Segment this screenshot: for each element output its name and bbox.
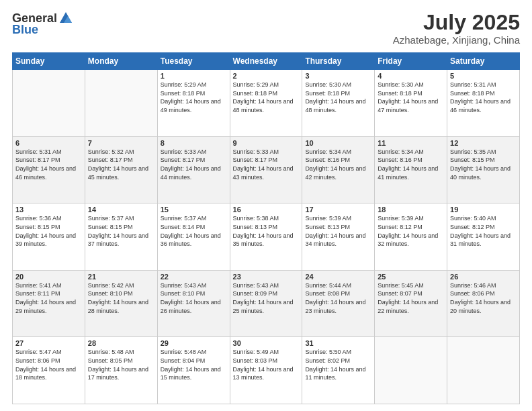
day-info: Sunrise: 5:43 AMSunset: 8:10 PMDaylight:… [161,281,227,315]
day-number: 13 [15,205,82,214]
day-number: 25 [378,273,444,281]
day-info: Sunrise: 5:42 AMSunset: 8:10 PMDaylight:… [88,281,154,315]
day-info: Sunrise: 5:31 AMSunset: 8:18 PMDaylight:… [450,81,517,114]
header: General Blue July 2025 Azhatebage, Xinji… [12,11,520,46]
day-number: 3 [305,72,371,80]
day-number: 16 [233,205,300,214]
calendar-cell: 24Sunrise: 5:44 AMSunset: 8:08 PMDayligh… [302,270,375,337]
calendar-cell: 13Sunrise: 5:36 AMSunset: 8:15 PMDayligh… [13,203,85,271]
day-info: Sunrise: 5:50 AMSunset: 8:02 PMDaylight:… [305,348,371,381]
day-number: 17 [305,205,371,214]
calendar-cell [13,70,85,137]
calendar-cell: 26Sunrise: 5:46 AMSunset: 8:06 PMDayligh… [447,270,520,337]
day-info: Sunrise: 5:32 AMSunset: 8:17 PMDaylight:… [88,148,154,181]
col-friday: Friday [375,53,447,70]
day-number: 5 [450,72,517,80]
day-number: 26 [450,273,517,281]
day-info: Sunrise: 5:33 AMSunset: 8:17 PMDaylight:… [233,148,300,181]
day-number: 27 [15,339,82,347]
day-number: 7 [88,139,154,147]
calendar-cell: 11Sunrise: 5:34 AMSunset: 8:16 PMDayligh… [375,136,447,203]
calendar-cell: 4Sunrise: 5:30 AMSunset: 8:18 PMDaylight… [375,70,447,137]
day-number: 20 [15,273,82,281]
calendar-cell: 23Sunrise: 5:43 AMSunset: 8:09 PMDayligh… [230,270,302,337]
day-info: Sunrise: 5:35 AMSunset: 8:15 PMDaylight:… [450,148,517,181]
logo-icon [58,11,73,26]
calendar-cell: 20Sunrise: 5:41 AMSunset: 8:11 PMDayligh… [13,270,85,337]
calendar-cell: 10Sunrise: 5:34 AMSunset: 8:16 PMDayligh… [302,136,375,203]
calendar-cell: 9Sunrise: 5:33 AMSunset: 8:17 PMDaylight… [230,136,302,203]
col-saturday: Saturday [447,53,520,70]
page: General Blue July 2025 Azhatebage, Xinji… [0,0,532,411]
calendar-cell [85,70,157,137]
day-info: Sunrise: 5:33 AMSunset: 8:17 PMDaylight:… [161,148,227,181]
calendar-cell: 21Sunrise: 5:42 AMSunset: 8:10 PMDayligh… [85,270,157,337]
col-monday: Monday [85,53,157,70]
day-info: Sunrise: 5:49 AMSunset: 8:03 PMDaylight:… [233,348,300,381]
day-number: 29 [161,339,227,347]
calendar-cell: 8Sunrise: 5:33 AMSunset: 8:17 PMDaylight… [157,136,230,203]
calendar-cell: 28Sunrise: 5:48 AMSunset: 8:05 PMDayligh… [85,337,157,404]
subtitle: Azhatebage, Xinjiang, China [393,34,520,46]
day-number: 18 [378,205,444,214]
day-info: Sunrise: 5:34 AMSunset: 8:16 PMDaylight:… [305,148,371,181]
calendar-week-4: 20Sunrise: 5:41 AMSunset: 8:11 PMDayligh… [13,270,520,337]
day-info: Sunrise: 5:38 AMSunset: 8:13 PMDaylight:… [233,214,300,248]
day-info: Sunrise: 5:43 AMSunset: 8:09 PMDaylight:… [233,281,300,315]
day-info: Sunrise: 5:44 AMSunset: 8:08 PMDaylight:… [305,281,371,315]
col-sunday: Sunday [13,53,85,70]
day-number: 22 [161,273,227,281]
calendar-cell: 3Sunrise: 5:30 AMSunset: 8:18 PMDaylight… [302,70,375,137]
day-number: 9 [233,139,300,147]
calendar-table: Sunday Monday Tuesday Wednesday Thursday… [12,52,520,404]
col-thursday: Thursday [302,53,375,70]
day-info: Sunrise: 5:31 AMSunset: 8:17 PMDaylight:… [15,148,82,181]
calendar-week-5: 27Sunrise: 5:47 AMSunset: 8:06 PMDayligh… [13,337,520,404]
day-number: 24 [305,273,371,281]
day-number: 19 [450,205,517,214]
col-wednesday: Wednesday [230,53,302,70]
calendar-cell: 7Sunrise: 5:32 AMSunset: 8:17 PMDaylight… [85,136,157,203]
day-number: 28 [88,339,154,347]
day-number: 4 [378,72,444,80]
day-number: 1 [161,72,227,80]
day-number: 31 [305,339,371,347]
day-number: 15 [161,205,227,214]
day-info: Sunrise: 5:37 AMSunset: 8:14 PMDaylight:… [161,214,227,248]
day-info: Sunrise: 5:30 AMSunset: 8:18 PMDaylight:… [305,81,371,114]
calendar-header-row: Sunday Monday Tuesday Wednesday Thursday… [13,53,520,70]
day-number: 10 [305,139,371,147]
calendar-cell: 2Sunrise: 5:29 AMSunset: 8:18 PMDaylight… [230,70,302,137]
day-info: Sunrise: 5:48 AMSunset: 8:04 PMDaylight:… [161,348,227,381]
day-info: Sunrise: 5:48 AMSunset: 8:05 PMDaylight:… [88,348,154,381]
calendar-cell: 6Sunrise: 5:31 AMSunset: 8:17 PMDaylight… [13,136,85,203]
calendar-cell: 27Sunrise: 5:47 AMSunset: 8:06 PMDayligh… [13,337,85,404]
main-title: July 2025 [393,11,520,34]
day-info: Sunrise: 5:39 AMSunset: 8:13 PMDaylight:… [305,214,371,248]
day-info: Sunrise: 5:41 AMSunset: 8:11 PMDaylight:… [15,281,82,315]
calendar-cell: 5Sunrise: 5:31 AMSunset: 8:18 PMDaylight… [447,70,520,137]
day-number: 2 [233,72,300,80]
day-info: Sunrise: 5:46 AMSunset: 8:06 PMDaylight:… [450,281,517,315]
day-number: 6 [15,139,82,147]
logo-blue: Blue [12,23,38,37]
day-info: Sunrise: 5:47 AMSunset: 8:06 PMDaylight:… [15,348,82,381]
calendar-cell: 15Sunrise: 5:37 AMSunset: 8:14 PMDayligh… [157,203,230,271]
calendar-cell: 25Sunrise: 5:45 AMSunset: 8:07 PMDayligh… [375,270,447,337]
calendar-week-3: 13Sunrise: 5:36 AMSunset: 8:15 PMDayligh… [13,203,520,271]
day-number: 23 [233,273,300,281]
calendar-cell [447,337,520,404]
day-info: Sunrise: 5:37 AMSunset: 8:15 PMDaylight:… [88,214,154,248]
day-number: 21 [88,273,154,281]
day-info: Sunrise: 5:39 AMSunset: 8:12 PMDaylight:… [378,214,444,248]
day-number: 11 [378,139,444,147]
calendar-cell: 12Sunrise: 5:35 AMSunset: 8:15 PMDayligh… [447,136,520,203]
calendar-cell: 19Sunrise: 5:40 AMSunset: 8:12 PMDayligh… [447,203,520,271]
calendar-cell: 18Sunrise: 5:39 AMSunset: 8:12 PMDayligh… [375,203,447,271]
calendar-cell: 17Sunrise: 5:39 AMSunset: 8:13 PMDayligh… [302,203,375,271]
calendar-week-1: 1Sunrise: 5:29 AMSunset: 8:18 PMDaylight… [13,70,520,137]
day-info: Sunrise: 5:40 AMSunset: 8:12 PMDaylight:… [450,214,517,248]
calendar-cell: 29Sunrise: 5:48 AMSunset: 8:04 PMDayligh… [157,337,230,404]
calendar-cell [375,337,447,404]
day-number: 12 [450,139,517,147]
